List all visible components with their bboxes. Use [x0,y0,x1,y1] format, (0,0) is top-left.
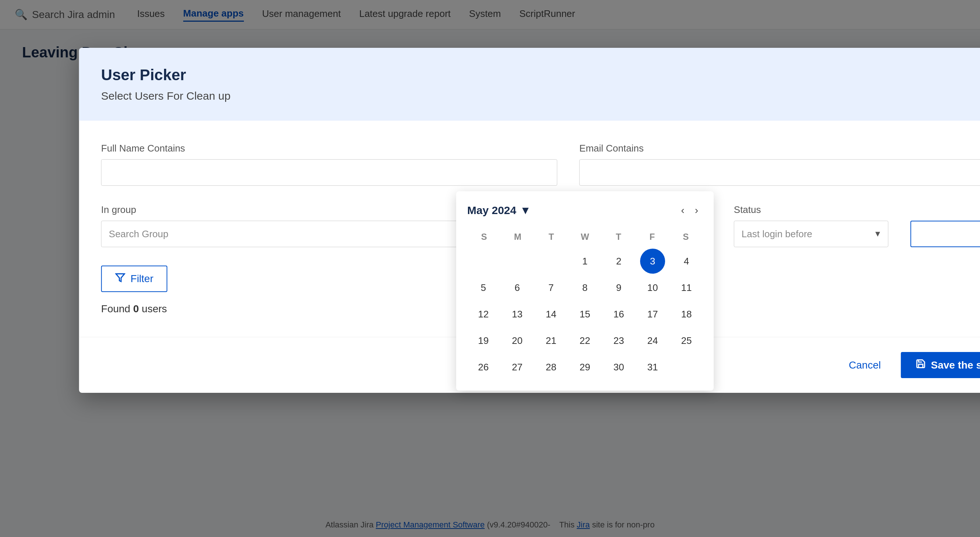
cal-day-25[interactable]: 25 [674,328,699,353]
calendar-month-chevron-icon: ▼ [520,204,531,217]
status-select[interactable]: Last login before Active Inactive [734,221,888,247]
cal-day-22[interactable]: 22 [573,328,597,353]
found-suffix: users [139,303,167,315]
cal-day-29[interactable]: 29 [573,354,597,380]
cal-day-20[interactable]: 20 [505,328,530,353]
dow-thu: T [602,229,635,245]
calendar-grid: S M T W T F S 1 2 3 4 5 6 7 8 9 10 11 1 [467,229,703,380]
cal-day-8[interactable]: 8 [573,275,597,300]
cal-day-13[interactable]: 13 [505,302,530,327]
save-icon [915,359,926,372]
dow-sat: S [669,229,703,245]
cal-day-7[interactable]: 7 [539,275,563,300]
cal-day-17[interactable]: 17 [640,302,665,327]
cal-day-19[interactable]: 19 [471,328,496,353]
cal-day-empty [674,354,699,380]
cal-day-11[interactable]: 11 [674,275,699,300]
cal-day-6[interactable]: 6 [505,275,530,300]
filter-icon [115,273,126,285]
calendar-popup: May 2024 ▼ ‹ › S M T W T F S 1 2 3 4 [456,191,714,391]
email-label: Email Contains [579,143,980,154]
form-group-email: Email Contains [579,143,980,186]
fullname-label: Full Name Contains [101,143,557,154]
cal-day-5[interactable]: 5 [471,275,496,300]
calendar-next-button[interactable]: › [690,202,703,218]
cal-day-15[interactable]: 15 [573,302,597,327]
cal-day-14[interactable]: 14 [539,302,563,327]
save-selection-button[interactable]: Save the selection [900,352,980,378]
fullname-input[interactable] [101,159,557,186]
form-group-fullname: Full Name Contains [101,143,557,186]
cal-day-24[interactable]: 24 [640,328,665,353]
cal-day-empty [471,249,496,274]
cal-day-21[interactable]: 21 [539,328,563,353]
cancel-button[interactable]: Cancel [840,353,889,377]
calendar-month-label[interactable]: May 2024 ▼ [467,204,531,217]
email-input[interactable] [579,159,980,186]
cal-day-2[interactable]: 2 [606,249,631,274]
dow-mon: M [501,229,534,245]
status-select-wrap: Last login before Active Inactive ▼ [734,221,888,247]
svg-marker-0 [116,274,124,281]
cal-day-30[interactable]: 30 [606,354,631,380]
cal-day-31[interactable]: 31 [640,354,665,380]
cal-day-23[interactable]: 23 [606,328,631,353]
cal-day-4[interactable]: 4 [674,249,699,274]
save-label: Save the selection [931,359,980,371]
calendar-dow-row: S M T W T F S [467,229,703,245]
calendar-month-text: May 2024 [467,204,516,217]
date-input-wrap: 03/05/2024 📅 [910,221,980,247]
cal-day-28[interactable]: 28 [539,354,563,380]
form-row-name-email: Full Name Contains Email Contains [101,143,980,186]
cal-day-3[interactable]: 3 [640,249,665,274]
dow-fri: F [635,229,669,245]
date-input[interactable]: 03/05/2024 [910,221,980,247]
cal-day-27[interactable]: 27 [505,354,530,380]
cal-day-9[interactable]: 9 [606,275,631,300]
modal-title: User Picker [101,66,980,84]
filter-button[interactable]: Filter [101,265,167,292]
found-count: 0 [133,303,139,315]
cal-day-empty [539,249,563,274]
form-group-status: Status Last login before Active Inactive… [734,204,888,247]
status-label: Status [734,204,888,216]
cal-day-18[interactable]: 18 [674,302,699,327]
modal-subtitle: Select Users For Clean up [101,90,980,102]
calendar-days-grid: 1 2 3 4 5 6 7 8 9 10 11 12 13 14 15 16 1… [467,249,703,380]
filter-label: Filter [130,273,153,285]
cal-day-16[interactable]: 16 [606,302,631,327]
found-prefix: Found [101,303,133,315]
modal-header: User Picker Select Users For Clean up [79,48,980,121]
cal-day-empty [505,249,530,274]
cal-day-26[interactable]: 26 [471,354,496,380]
cal-day-12[interactable]: 12 [471,302,496,327]
form-group-date: Date 03/05/2024 📅 [910,204,980,247]
cal-day-1[interactable]: 1 [573,249,597,274]
calendar-nav-group: ‹ › [676,202,703,218]
calendar-prev-button[interactable]: ‹ [676,202,689,218]
calendar-header: May 2024 ▼ ‹ › [467,202,703,218]
dow-sun: S [467,229,501,245]
cal-day-10[interactable]: 10 [640,275,665,300]
dow-wed: W [568,229,601,245]
dow-tue: T [535,229,568,245]
